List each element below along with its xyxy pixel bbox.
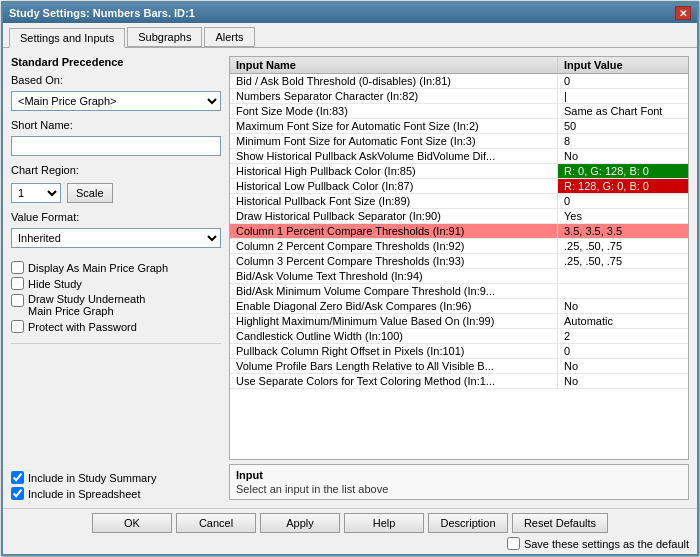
based-on-select[interactable]: <Main Price Graph> [11,91,221,111]
table-cell-value: No [558,374,688,388]
short-name-input[interactable] [11,136,221,156]
close-button[interactable]: ✕ [675,6,691,20]
protect-pw-checkbox[interactable] [11,320,24,333]
display-main-checkbox[interactable] [11,261,24,274]
table-row[interactable]: Maximum Font Size for Automatic Font Siz… [230,119,688,134]
table-row[interactable]: Column 2 Percent Compare Thresholds (In:… [230,239,688,254]
table-cell-name: Font Size Mode (In:83) [230,104,558,118]
description-button[interactable]: Description [428,513,508,533]
cancel-button[interactable]: Cancel [176,513,256,533]
table-row[interactable]: Font Size Mode (In:83)Same as Chart Font [230,104,688,119]
tab-alerts[interactable]: Alerts [204,27,254,47]
draw-underneath-checkbox[interactable] [11,294,24,307]
table-container: Input Name Input Value Bid / Ask Bold Th… [229,56,689,460]
tab-settings-inputs[interactable]: Settings and Inputs [9,28,125,48]
table-header: Input Name Input Value [230,57,688,74]
table-cell-name: Minimum Font Size for Automatic Font Siz… [230,134,558,148]
table-cell-value: .25, .50, .75 [558,239,688,253]
tab-subgraphs[interactable]: Subgraphs [127,27,202,47]
table-cell-name: Historical High Pullback Color (In:85) [230,164,558,178]
table-cell-value: Same as Chart Font [558,104,688,118]
table-cell-value: No [558,149,688,163]
table-body[interactable]: Bid / Ask Bold Threshold (0-disables) (I… [230,74,688,459]
table-row[interactable]: Column 3 Percent Compare Thresholds (In:… [230,254,688,269]
table-row[interactable]: Minimum Font Size for Automatic Font Siz… [230,134,688,149]
table-cell-name: Historical Pullback Font Size (In:89) [230,194,558,208]
hide-study-row: Hide Study [11,277,221,290]
table-cell-name: Historical Low Pullback Color (In:87) [230,179,558,193]
table-cell-name: Column 1 Percent Compare Thresholds (In:… [230,224,558,238]
chart-region-select[interactable]: 1 [11,183,61,203]
table-row[interactable]: Pullback Column Right Offset in Pixels (… [230,344,688,359]
table-cell-name: Maximum Font Size for Automatic Font Siz… [230,119,558,133]
table-cell-name: Column 3 Percent Compare Thresholds (In:… [230,254,558,268]
table-cell-name: Column 2 Percent Compare Thresholds (In:… [230,239,558,253]
table-row[interactable]: Column 1 Percent Compare Thresholds (In:… [230,224,688,239]
table-cell-value: Yes [558,209,688,223]
draw-underneath-label: Draw Study UnderneathMain Price Graph [28,293,145,317]
table-cell-value: 0 [558,194,688,208]
table-cell-value: 2 [558,329,688,343]
table-cell-value [558,269,688,283]
table-cell-name: Bid / Ask Bold Threshold (0-disables) (I… [230,74,558,88]
table-row[interactable]: Volume Profile Bars Length Relative to A… [230,359,688,374]
table-cell-value: 8 [558,134,688,148]
table-row[interactable]: Show Historical Pullback AskVolume BidVo… [230,149,688,164]
table-row[interactable]: Historical Pullback Font Size (In:89)0 [230,194,688,209]
table-row[interactable]: Enable Diagonal Zero Bid/Ask Compares (I… [230,299,688,314]
hide-study-checkbox[interactable] [11,277,24,290]
table-cell-value: No [558,299,688,313]
ok-button[interactable]: OK [92,513,172,533]
table-cell-name: Numbers Separator Character (In:82) [230,89,558,103]
table-row[interactable]: Candlestick Outline Width (In:100)2 [230,329,688,344]
main-window: Study Settings: Numbers Bars. ID:1 ✕ Set… [1,1,699,556]
table-cell-value: 3.5, 3.5, 3.5 [558,224,688,238]
table-cell-name: Pullback Column Right Offset in Pixels (… [230,344,558,358]
value-format-select[interactable]: Inherited [11,228,221,248]
include-summary-label: Include in Study Summary [28,472,156,484]
table-row[interactable]: Numbers Separator Character (In:82)| [230,89,688,104]
based-on-label: Based On: [11,74,221,86]
draw-underneath-row: Draw Study UnderneathMain Price Graph [11,293,221,317]
include-summary-checkbox[interactable] [11,471,24,484]
table-cell-value: 50 [558,119,688,133]
save-default-label: Save these settings as the default [524,538,689,550]
buttons-row: OK Cancel Apply Help Description Reset D… [11,513,689,533]
title-bar: Study Settings: Numbers Bars. ID:1 ✕ [3,3,697,23]
table-row[interactable]: Bid / Ask Bold Threshold (0-disables) (I… [230,74,688,89]
include-spreadsheet-checkbox[interactable] [11,487,24,500]
table-cell-name: Use Separate Colors for Text Coloring Me… [230,374,558,388]
display-main-row: Display As Main Price Graph [11,261,221,274]
save-default-checkbox[interactable] [507,537,520,550]
table-row[interactable]: Historical Low Pullback Color (In:87)R: … [230,179,688,194]
include-spreadsheet-label: Include in Spreadsheet [28,488,141,500]
table-row[interactable]: Bid/Ask Volume Text Threshold (In:94) [230,269,688,284]
table-row[interactable]: Highlight Maximum/Minimum Value Based On… [230,314,688,329]
checkboxes-section: Display As Main Price Graph Hide Study D… [11,258,221,333]
help-button[interactable]: Help [344,513,424,533]
table-cell-name: Enable Diagonal Zero Bid/Ask Compares (I… [230,299,558,313]
window-title: Study Settings: Numbers Bars. ID:1 [9,7,195,19]
table-cell-value: 0 [558,344,688,358]
input-section: Input Select an input in the list above [229,464,689,500]
apply-button[interactable]: Apply [260,513,340,533]
table-cell-name: Highlight Maximum/Minimum Value Based On… [230,314,558,328]
col-input-name: Input Name [230,57,558,73]
table-cell-value: No [558,359,688,373]
hide-study-label: Hide Study [28,278,82,290]
table-cell-value: R: 0, G: 128, B: 0 [558,164,688,178]
table-row[interactable]: Use Separate Colors for Text Coloring Me… [230,374,688,389]
table-cell-value: .25, .50, .75 [558,254,688,268]
table-cell-name: Show Historical Pullback AskVolume BidVo… [230,149,558,163]
table-cell-value: | [558,89,688,103]
table-row[interactable]: Draw Historical Pullback Separator (In:9… [230,209,688,224]
scale-button[interactable]: Scale [67,183,113,203]
display-main-label: Display As Main Price Graph [28,262,168,274]
table-row[interactable]: Bid/Ask Minimum Volume Compare Threshold… [230,284,688,299]
table-row[interactable]: Historical High Pullback Color (In:85)R:… [230,164,688,179]
reset-defaults-button[interactable]: Reset Defaults [512,513,608,533]
table-cell-value: R: 128, G: 0, B: 0 [558,179,688,193]
tabs-bar: Settings and Inputs Subgraphs Alerts [3,23,697,48]
chart-region-label: Chart Region: [11,164,221,176]
protect-pw-label: Protect with Password [28,321,137,333]
